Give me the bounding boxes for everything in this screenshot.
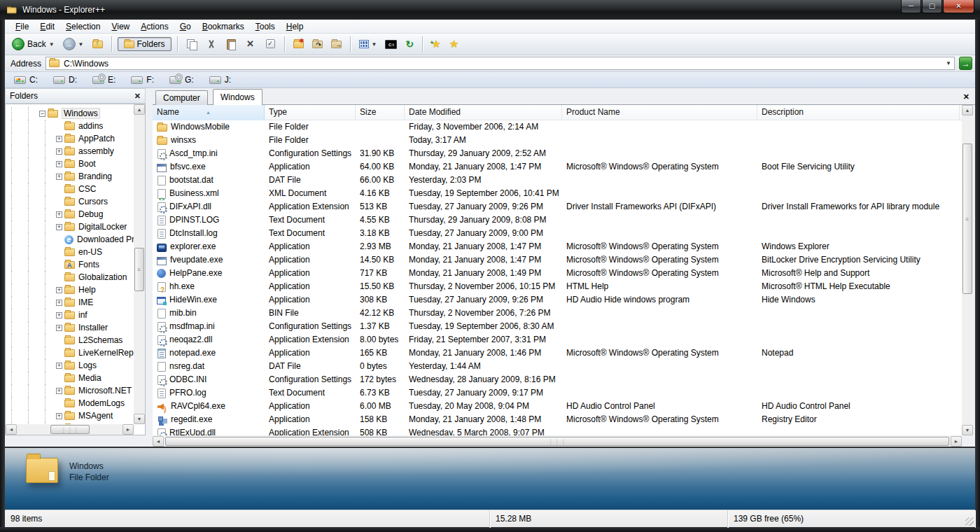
forward-button[interactable]: → ▼	[60, 36, 87, 52]
paste-button[interactable]	[223, 37, 239, 51]
tree-item-debug[interactable]: +Debug	[6, 208, 134, 220]
menu-help[interactable]: Help	[281, 20, 309, 33]
file-row[interactable]: hh.exeApplication15.50 KBThursday, 2 Nov…	[153, 280, 962, 293]
expand-icon[interactable]: +	[56, 211, 62, 218]
menu-go[interactable]: Go	[175, 20, 196, 33]
tree-item-help[interactable]: +Help	[6, 284, 134, 296]
menu-bookmarks[interactable]: Bookmarks	[197, 20, 249, 33]
scroll-right-icon[interactable]: ►	[951, 436, 962, 447]
command-prompt-button[interactable]: C:\	[382, 38, 400, 50]
drive-button-f[interactable]: F:	[129, 74, 156, 85]
new-folder-button[interactable]: ✱	[290, 39, 307, 50]
expand-icon[interactable]: +	[56, 224, 62, 230]
expand-icon[interactable]: +	[56, 312, 62, 318]
tree-item-apppatch[interactable]: +AppPatch	[6, 132, 134, 145]
tree-item-digitallocker[interactable]: +DigitalLocker	[6, 220, 134, 233]
expand-icon[interactable]: +	[56, 388, 62, 394]
scroll-left-icon[interactable]: ◄	[153, 436, 164, 447]
column-header-product-name[interactable]: Product Name	[562, 105, 757, 120]
file-row[interactable]: notepad.exeApplication165 KBMonday, 21 J…	[153, 346, 962, 360]
tree-hscroll-thumb[interactable]: ⋮⋮⋮	[50, 425, 90, 434]
drive-button-g[interactable]: G:	[167, 74, 196, 85]
tree-item-branding[interactable]: +Branding	[6, 170, 134, 183]
file-row[interactable]: neoqaz2.dllApplication Extension8.00 byt…	[153, 333, 962, 346]
list-horizontal-scrollbar[interactable]: ◄ ⋮⋮⋮ ►	[153, 436, 962, 447]
title-bar[interactable]: Windows - Explorer++ ─ ▢ ✕	[0, 0, 980, 20]
file-row[interactable]: DtcInstall.logText Document3.18 KBTuesda…	[153, 227, 962, 240]
file-row[interactable]: Ascd_tmp.iniConfiguration Settings31.90 …	[153, 147, 962, 160]
scroll-down-icon[interactable]: ▼	[134, 414, 145, 424]
file-row[interactable]: Business.xmlXML Document4.16 KBTuesday, …	[153, 187, 962, 200]
file-row[interactable]: nsreg.datDAT File0 bytesYesterday, 1:44 …	[153, 360, 962, 373]
expand-icon[interactable]: +	[56, 174, 62, 180]
list-vertical-scrollbar[interactable]: ▲ ≡ ▼	[962, 105, 973, 435]
tree-item-installer[interactable]: +Installer	[6, 321, 134, 334]
file-row[interactable]: RAVCpl64.exeApplication6.00 MBTuesday, 2…	[153, 400, 962, 413]
tree-item-msagent[interactable]: +MSAgent	[6, 410, 134, 422]
scroll-left-icon[interactable]: ◄	[6, 424, 17, 435]
tree-item-microsoft-net[interactable]: +Microsoft.NET	[6, 384, 134, 397]
column-header-size[interactable]: Size	[356, 105, 405, 120]
file-row[interactable]: winsxsFile FolderToday, 3:17 AM	[153, 134, 962, 147]
expand-icon[interactable]: +	[56, 136, 62, 142]
file-row[interactable]: explorer.exeApplication2.93 MBMonday, 21…	[153, 240, 962, 253]
views-button[interactable]: ▼	[356, 38, 380, 50]
forward-dropdown-icon[interactable]: ▼	[78, 41, 84, 48]
address-dropdown-icon[interactable]: ▼	[946, 60, 951, 66]
tree-item-boot[interactable]: +Boot	[6, 158, 134, 170]
scroll-up-icon[interactable]: ▲	[134, 104, 145, 115]
file-row[interactable]: fveupdate.exeApplication14.50 KBMonday, …	[153, 253, 962, 267]
menu-file[interactable]: File	[10, 20, 34, 33]
copy-to-folder-button[interactable]: ↷	[309, 39, 326, 50]
file-row[interactable]: WindowsMobileFile FolderFriday, 3 Novemb…	[153, 120, 962, 134]
menu-tools[interactable]: Tools	[251, 20, 280, 33]
tree-item-logs[interactable]: +Logs	[6, 359, 134, 372]
tree-item-downloaded-pr[interactable]: +eDownloaded Pr	[6, 233, 134, 246]
back-button[interactable]: ← Back ▼	[9, 36, 57, 52]
menu-selection[interactable]: Selection	[61, 20, 105, 33]
tree-item-globalization[interactable]: +Globalization	[6, 271, 134, 284]
tree-scroll-thumb[interactable]: ≡	[134, 248, 144, 291]
expand-icon[interactable]: +	[56, 148, 62, 155]
tab-computer[interactable]: Computer	[155, 90, 208, 105]
scroll-down-icon[interactable]: ▼	[962, 425, 973, 435]
file-row[interactable]: mib.binBIN File42.12 KBThursday, 2 Novem…	[153, 307, 962, 320]
minimize-button[interactable]: ─	[901, 0, 921, 13]
tab-windows[interactable]: Windows	[213, 89, 262, 105]
menu-actions[interactable]: Actions	[136, 20, 173, 33]
resize-grip[interactable]	[965, 517, 974, 526]
tree-vertical-scrollbar[interactable]: ▲ ≡ ▼	[134, 104, 145, 424]
refresh-button[interactable]: ↻	[402, 37, 416, 51]
column-header-date-modified[interactable]: Date Modified	[405, 105, 562, 120]
column-header-description[interactable]: Description	[757, 105, 960, 120]
tree-item-fonts[interactable]: +Fonts	[6, 258, 134, 271]
column-header-name[interactable]: Name▲	[153, 105, 265, 120]
tree-horizontal-scrollbar[interactable]: ◄ ⋮⋮⋮ ►	[6, 424, 134, 435]
address-input[interactable]: C:\Windows ▼	[46, 57, 955, 70]
drive-button-d[interactable]: D:	[51, 74, 79, 85]
close-button[interactable]: ✕	[943, 0, 974, 13]
tree-item-assembly[interactable]: +assembly	[6, 145, 134, 158]
tree-item-l2schemas[interactable]: +L2Schemas	[6, 334, 134, 346]
tree-item-windows[interactable]: −Windows	[6, 107, 134, 120]
expand-icon[interactable]: +	[56, 363, 62, 369]
properties-button[interactable]	[262, 37, 279, 51]
back-dropdown-icon[interactable]: ▼	[49, 41, 55, 48]
expand-icon[interactable]: +	[56, 300, 62, 306]
folders-toggle-button[interactable]: Folders	[118, 37, 172, 51]
scroll-right-icon[interactable]: ►	[122, 424, 134, 435]
file-row[interactable]: bootstat.datDAT File66.00 KBYesterday, 2…	[153, 174, 962, 187]
file-row[interactable]: ODBC.INIConfiguration Settings172 bytesW…	[153, 373, 962, 386]
expand-icon[interactable]: +	[56, 287, 62, 293]
expand-icon[interactable]: +	[56, 413, 62, 419]
up-button[interactable]: ↑	[90, 39, 106, 50]
tree-item-cursors[interactable]: +Cursors	[6, 195, 134, 208]
tree-item-inf[interactable]: +inf	[6, 309, 134, 321]
file-row[interactable]: regedit.exeApplication158 KBMonday, 21 J…	[153, 413, 962, 426]
tab-close-icon[interactable]: ✕	[963, 92, 969, 102]
collapse-icon[interactable]: −	[39, 111, 46, 117]
cut-button[interactable]	[203, 37, 220, 51]
go-button[interactable]: →	[959, 57, 972, 70]
expand-icon[interactable]: +	[56, 325, 62, 331]
file-row[interactable]: DIFxAPI.dllApplication Extension513 KBTu…	[153, 200, 962, 214]
